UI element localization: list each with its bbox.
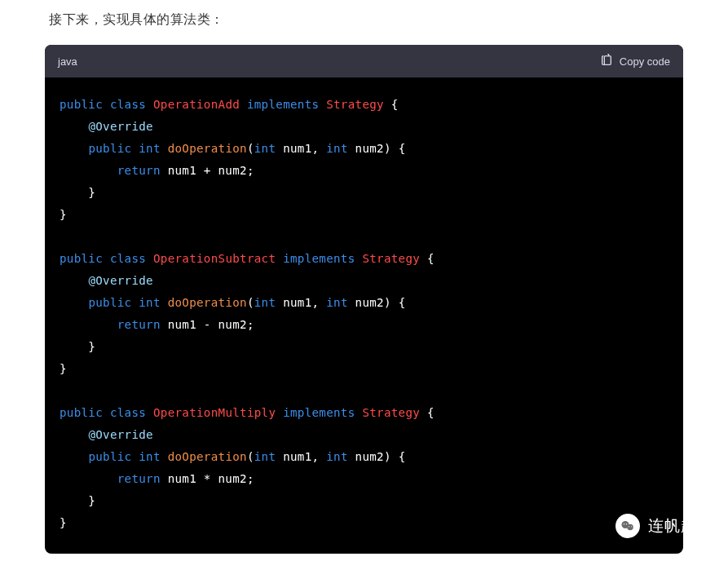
- copy-code-button[interactable]: Copy code: [600, 54, 670, 69]
- clipboard-icon: [600, 54, 613, 69]
- code-language-label: java: [58, 55, 77, 68]
- copy-code-label: Copy code: [620, 55, 670, 68]
- wechat-watermark: 连帆起航: [615, 514, 713, 538]
- svg-point-3: [624, 523, 624, 524]
- svg-point-2: [627, 524, 633, 531]
- article-intro-text: 接下来，实现具体的算法类：: [0, 0, 728, 45]
- code-content: public class OperationAdd implements Str…: [45, 77, 683, 554]
- svg-point-4: [626, 523, 627, 524]
- wechat-icon: [615, 514, 640, 538]
- svg-point-6: [631, 526, 632, 527]
- code-block: java Copy code public class OperationAdd…: [45, 45, 683, 554]
- code-header: java Copy code: [45, 45, 683, 77]
- svg-rect-0: [604, 55, 611, 64]
- watermark-text: 连帆起航: [648, 515, 713, 537]
- svg-point-5: [629, 526, 629, 527]
